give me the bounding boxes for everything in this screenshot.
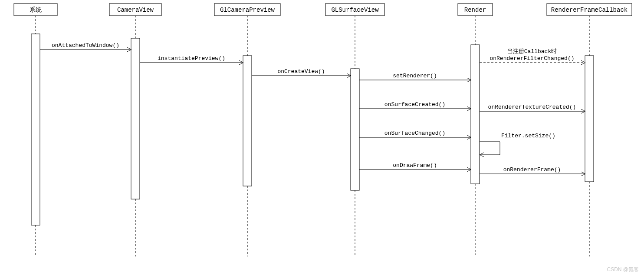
message-label: onCreateView()	[277, 68, 325, 75]
message-label: onRendererFilterChanged()	[490, 55, 574, 62]
message-label: instantiatePreview()	[158, 55, 225, 62]
message-label: onSurfaceChanged()	[384, 130, 445, 136]
message-label: setRenderer()	[393, 73, 437, 79]
message-label: onSurfaceCreated()	[384, 101, 445, 108]
participant-render: Render	[458, 3, 493, 16]
activation-bar	[585, 56, 594, 182]
activation-bar	[31, 34, 40, 225]
participant-label: CameraView	[117, 7, 154, 13]
watermark-text: CSDN @氦客	[607, 266, 639, 273]
participant-label: RendererFrameCallback	[551, 7, 628, 13]
sequence-diagram: 系统 CameraView GlCameraPreview GLSurfaceV…	[0, 0, 644, 276]
participant-rendererframecallback: RendererFrameCallback	[547, 3, 632, 16]
activation-bar	[131, 38, 140, 199]
message-label: onRendererTextureCreated()	[488, 104, 576, 110]
participant-label: GlCameraPreview	[220, 7, 275, 13]
activation-bar	[351, 69, 359, 190]
participant-cameraview: CameraView	[109, 3, 161, 16]
message-label: onDrawFrame()	[393, 162, 437, 169]
participant-label: Render	[464, 7, 486, 13]
self-message: Filter.setSize()	[480, 133, 555, 155]
participant-system: 系统	[14, 3, 57, 16]
participant-label: 系统	[30, 7, 42, 13]
activation-bar	[243, 56, 252, 186]
message-label: onRendererFrame()	[503, 166, 561, 173]
participant-label: GLSurfaceView	[331, 7, 379, 13]
activation-bar	[471, 45, 480, 184]
participant-glcamerapreview: GlCameraPreview	[214, 3, 280, 16]
message-label: 当注册Callback时	[507, 48, 557, 55]
message-label: onAttachedToWindow()	[52, 42, 119, 49]
participant-glsurfaceview: GLSurfaceView	[325, 3, 384, 16]
message-label: Filter.setSize()	[501, 133, 555, 139]
